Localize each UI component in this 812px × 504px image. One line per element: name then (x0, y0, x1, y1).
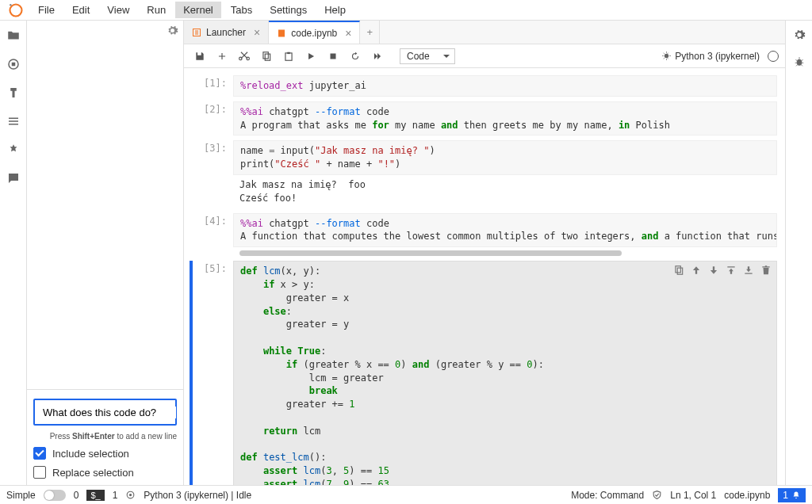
kernel-status-icon[interactable] (768, 51, 779, 62)
copy-button[interactable] (257, 47, 276, 66)
cell-prompt: [1]: (192, 75, 233, 97)
chat-input-wrap[interactable] (33, 399, 177, 426)
left-sidebar: Press Shift+Enter to add a new line Incl… (27, 21, 184, 485)
tab-file[interactable]: code.ipynb × (269, 21, 360, 44)
tabbar: Launcher × code.ipynb × + (184, 21, 785, 44)
delete-icon[interactable] (760, 265, 772, 276)
add-cell-button[interactable] (213, 47, 232, 66)
file-name: code.ipynb (724, 490, 770, 501)
terminal-count[interactable]: $_ (86, 490, 104, 501)
svg-point-11 (665, 54, 668, 58)
cut-button[interactable] (235, 47, 254, 66)
code-cell-selected[interactable]: [5]: def lcm(x, y): if x > y: greater = … (192, 258, 777, 485)
cell-toolbar (673, 265, 772, 276)
close-icon[interactable]: × (345, 27, 351, 40)
kernel-name[interactable]: Python 3 (ipykernel) (675, 51, 760, 62)
extensions-icon[interactable] (6, 143, 21, 157)
insert-below-icon[interactable] (743, 265, 754, 276)
svg-point-16 (129, 494, 132, 496)
svg-rect-10 (331, 53, 336, 59)
svg-rect-8 (285, 52, 292, 59)
svg-rect-13 (677, 268, 682, 274)
cell-output: Jak masz na imię? foo Cześć foo! (233, 175, 777, 208)
cell-prompt: [2]: (192, 101, 233, 136)
replace-selection-checkbox[interactable]: Replace selection (33, 466, 177, 479)
svg-rect-7 (265, 54, 270, 60)
stop-button[interactable] (324, 47, 343, 66)
menu-settings[interactable]: Settings (262, 2, 315, 18)
insert-above-icon[interactable] (726, 265, 737, 276)
menu-file[interactable]: File (30, 2, 63, 18)
cell-prompt: [4]: (192, 213, 233, 257)
menu-view[interactable]: View (99, 2, 137, 18)
menubar: File Edit View Run Kernel Tabs Settings … (0, 0, 812, 21)
chat-icon[interactable] (6, 171, 21, 185)
cursor-position: Ln 1, Col 1 (670, 490, 716, 501)
work-area: Launcher × code.ipynb × + (184, 21, 785, 485)
save-button[interactable] (190, 47, 209, 66)
trusted-icon[interactable] (652, 490, 662, 500)
activity-bar (0, 21, 27, 485)
cell-prompt: [5]: (192, 261, 233, 485)
include-selection-checkbox[interactable]: Include selection (33, 447, 177, 460)
move-up-icon[interactable] (691, 265, 702, 276)
sb-num-b: 1 (113, 490, 118, 501)
notebook[interactable]: [1]: %reload_ext jupyter_ai [2]: %%ai ch… (184, 68, 785, 485)
svg-point-0 (10, 4, 22, 16)
tab-add[interactable]: + (360, 21, 380, 44)
jupyter-logo-icon (8, 2, 24, 18)
bell-icon (791, 491, 801, 500)
cell-type-select[interactable]: Code (400, 48, 455, 64)
code-cell[interactable]: [3]: name = input("Jak masz na imię? ") … (192, 138, 777, 210)
svg-rect-6 (263, 52, 268, 58)
notebook-toolbar: Code Python 3 (ipykernel) (184, 44, 785, 68)
simple-mode-label: Simple (6, 490, 36, 501)
statusbar: Simple 0 $_ 1 Python 3 (ipykernel) | Idl… (0, 485, 812, 504)
duplicate-icon[interactable] (673, 265, 684, 276)
mode-indicator: Mode: Command (571, 490, 644, 501)
code-cell[interactable]: [4]: %%ai chatgpt --format code A functi… (192, 211, 777, 259)
show-debugger-icon[interactable] (661, 51, 672, 61)
tab-launcher[interactable]: Launcher × (184, 21, 269, 44)
simple-mode-toggle[interactable] (44, 490, 66, 501)
svg-rect-3 (11, 63, 15, 67)
menu-tabs[interactable]: Tabs (223, 2, 260, 18)
toc-icon[interactable] (6, 114, 21, 128)
notification-badge[interactable]: 1 (778, 488, 806, 502)
paste-button[interactable] (279, 47, 298, 66)
run-button[interactable] (301, 47, 320, 66)
git-icon[interactable] (6, 86, 21, 100)
kernel-icon (125, 490, 136, 500)
property-inspector-icon[interactable] (793, 29, 806, 41)
folder-icon[interactable] (6, 29, 21, 43)
right-sidebar (785, 21, 812, 485)
svg-rect-5 (278, 29, 285, 36)
code-cell[interactable]: [2]: %%ai chatgpt --format code A progra… (192, 99, 777, 139)
gear-icon[interactable] (167, 25, 178, 36)
running-icon[interactable] (6, 57, 21, 71)
menu-edit[interactable]: Edit (64, 2, 98, 18)
svg-rect-9 (287, 52, 290, 53)
menu-run[interactable]: Run (139, 2, 174, 18)
debugger-icon[interactable] (793, 55, 806, 68)
move-down-icon[interactable] (708, 265, 719, 276)
svg-point-1 (10, 4, 12, 6)
notebook-icon (277, 29, 286, 38)
kernel-status[interactable]: Python 3 (ipykernel) | Idle (144, 490, 251, 501)
launcher-icon (192, 28, 201, 37)
svg-rect-12 (676, 266, 680, 273)
menu-kernel[interactable]: Kernel (175, 2, 221, 18)
code-cell[interactable]: [1]: %reload_ext jupyter_ai (192, 73, 777, 99)
restart-button[interactable] (346, 47, 365, 66)
chat-hint: Press Shift+Enter to add a new line (33, 432, 177, 441)
chat-panel: Press Shift+Enter to add a new line Incl… (27, 392, 183, 485)
menu-help[interactable]: Help (316, 2, 354, 18)
close-icon[interactable]: × (254, 26, 260, 39)
chat-input[interactable] (43, 407, 176, 418)
cell-prompt: [3]: (192, 140, 233, 208)
restart-run-all-button[interactable] (368, 47, 387, 66)
horizontal-scrollbar[interactable] (239, 250, 771, 256)
sb-num-a: 0 (74, 490, 79, 501)
